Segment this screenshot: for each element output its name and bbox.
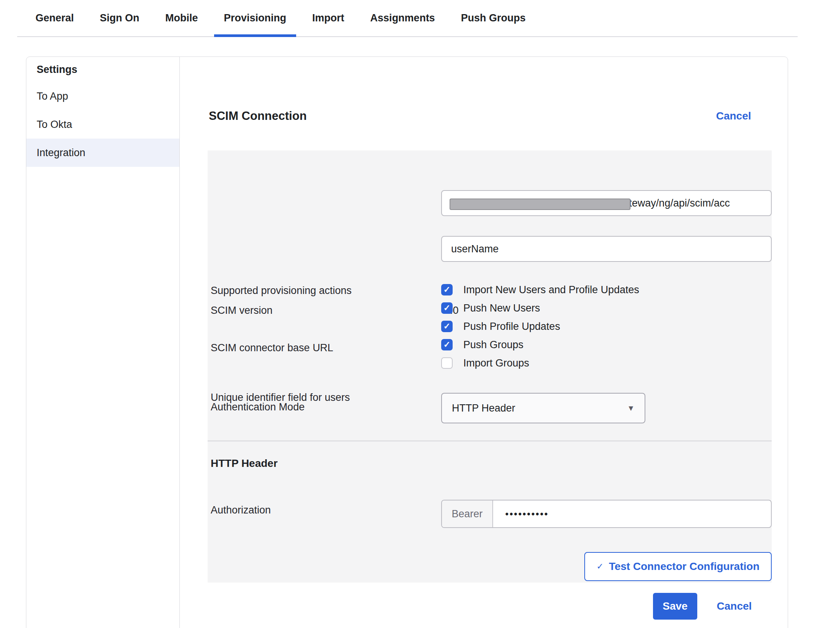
- main-header: SCIM Connection Cancel: [209, 104, 751, 128]
- authorization-input-group: Bearer ••••••••••: [441, 500, 772, 528]
- authorization-label: Authorization: [211, 504, 271, 516]
- bearer-prefix: Bearer: [442, 500, 493, 527]
- unique-id-value: userName: [451, 243, 499, 255]
- checkbox-push-groups[interactable]: ✓: [441, 339, 453, 350]
- settings-card: Settings To App To Okta Integration SCIM…: [26, 57, 788, 628]
- app-tab-bar: General Sign On Mobile Provisioning Impo…: [17, 0, 798, 37]
- checkbox-label: Import New Users and Profile Updates: [463, 284, 639, 296]
- check-row: ✓ Push Groups: [441, 336, 639, 354]
- checkbox-push-new-users[interactable]: ✓: [441, 302, 453, 314]
- tab-import[interactable]: Import: [302, 0, 354, 36]
- check-icon: ✓: [443, 304, 450, 312]
- tab-sign-on[interactable]: Sign On: [90, 0, 150, 36]
- test-connector-button[interactable]: ✓ Test Connector Configuration: [584, 552, 772, 581]
- check-icon: ✓: [443, 341, 450, 349]
- auth-mode-value: HTTP Header: [452, 402, 515, 414]
- checkbox-label: Push Groups: [463, 339, 524, 351]
- chevron-down-icon: ▼: [627, 404, 635, 413]
- tab-push-groups[interactable]: Push Groups: [451, 0, 536, 36]
- checkbox-import-groups[interactable]: [441, 357, 453, 369]
- base-url-visible-text: /gateway/ng/api/scim/acc: [615, 197, 730, 209]
- sidebar-item-to-app[interactable]: To App: [26, 82, 179, 110]
- base-url-input[interactable]: https://b5bd-105-19-67-148.ngrok.io/gate…: [441, 190, 772, 216]
- authorization-token-input[interactable]: ••••••••••: [493, 500, 549, 527]
- checkmark-icon: ✓: [597, 562, 603, 571]
- cancel-link-bottom[interactable]: Cancel: [717, 600, 752, 612]
- page-title: SCIM Connection: [209, 109, 307, 123]
- sidebar-item-to-okta[interactable]: To Okta: [26, 110, 179, 139]
- url-redaction-bar: [450, 199, 630, 210]
- check-row: ✓ Push Profile Updates: [441, 317, 639, 336]
- auth-mode-select[interactable]: HTTP Header ▼: [441, 393, 645, 423]
- unique-id-input[interactable]: userName: [441, 236, 772, 262]
- save-button[interactable]: Save: [653, 593, 697, 620]
- tab-assignments[interactable]: Assignments: [360, 0, 445, 36]
- checkbox-import-new-users[interactable]: ✓: [441, 284, 453, 295]
- checkbox-label: Push Profile Updates: [463, 321, 560, 333]
- scim-form-panel: SCIM version 2.0 SCIM connector base URL…: [208, 150, 772, 583]
- check-row: ✓ Import New Users and Profile Updates: [441, 281, 639, 299]
- http-header-heading: HTTP Header: [211, 457, 277, 470]
- tab-provisioning[interactable]: Provisioning: [214, 0, 297, 36]
- checkbox-label: Import Groups: [463, 357, 529, 369]
- checkbox-push-profile-updates[interactable]: ✓: [441, 321, 453, 332]
- provisioning-actions-list: ✓ Import New Users and Profile Updates ✓…: [441, 281, 639, 372]
- checkbox-label: Push New Users: [463, 302, 540, 314]
- cancel-link-top[interactable]: Cancel: [716, 110, 751, 122]
- tab-mobile[interactable]: Mobile: [155, 0, 208, 36]
- test-connector-label: Test Connector Configuration: [609, 560, 759, 573]
- auth-mode-label: Authentication Mode: [211, 401, 305, 413]
- check-icon: ✓: [443, 322, 450, 331]
- check-row: Import Groups: [441, 354, 639, 372]
- base-url-label: SCIM connector base URL: [211, 342, 333, 354]
- main-content: SCIM Connection Cancel SCIM version 2.0 …: [180, 57, 788, 628]
- sidebar-item-integration[interactable]: Integration: [26, 139, 179, 167]
- section-divider: [208, 441, 772, 441]
- scim-version-label: SCIM version: [211, 305, 272, 316]
- sidebar: Settings To App To Okta Integration: [26, 57, 180, 628]
- tab-general[interactable]: General: [26, 0, 84, 36]
- check-icon: ✓: [443, 286, 450, 294]
- provisioning-actions-label: Supported provisioning actions: [211, 285, 351, 297]
- sidebar-heading: Settings: [26, 57, 179, 82]
- check-row: ✓ Push New Users: [441, 299, 639, 317]
